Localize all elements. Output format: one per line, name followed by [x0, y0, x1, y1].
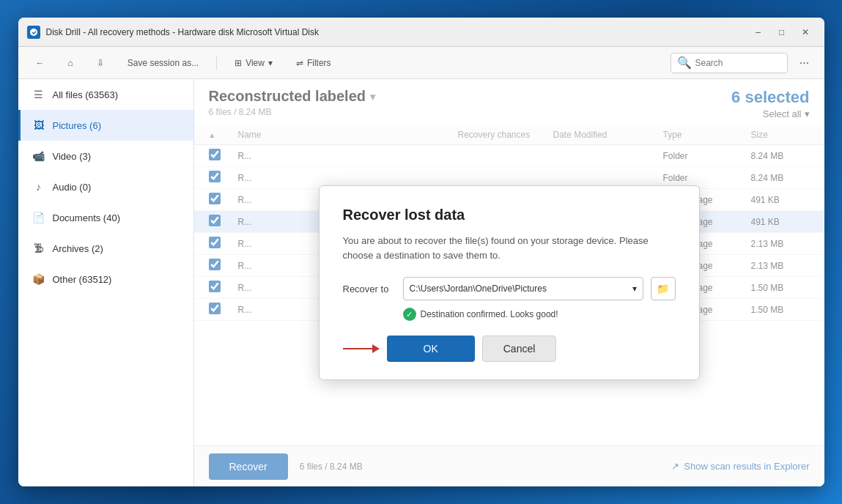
recover-to-row: Recover to C:\Users\Jordan\OneDrive\Pict…	[343, 277, 676, 300]
modal-title: Recover lost data	[343, 207, 676, 223]
download-icon: ⇩	[97, 58, 104, 68]
sidebar-item-other[interactable]: 📦 Other (63512)	[18, 264, 193, 294]
app-window: Disk Drill - All recovery methods - Hard…	[18, 18, 824, 486]
svg-point-0	[30, 29, 37, 36]
sidebar-item-label: Documents (40)	[53, 212, 120, 223]
search-box[interactable]: 🔍	[671, 53, 788, 73]
arrow-indicator	[343, 344, 380, 353]
modal-description: You are about to recover the file(s) fou…	[343, 234, 676, 262]
check-icon: ✓	[403, 308, 416, 321]
recover-to-select[interactable]: C:\Users\Jordan\OneDrive\Pictures ▾	[403, 277, 643, 300]
arrow-line	[343, 348, 372, 349]
search-icon: 🔍	[677, 56, 692, 70]
sidebar-item-label: Video (3)	[53, 151, 92, 162]
documents-icon: 📄	[32, 211, 45, 224]
recover-path: C:\Users\Jordan\OneDrive\Pictures	[410, 284, 547, 294]
all-files-icon: ☰	[32, 88, 45, 101]
main-content: ☰ All files (63563) 🖼 Pictures (6) 📹 Vid…	[18, 79, 824, 486]
maximize-button[interactable]: □	[772, 24, 792, 40]
home-button[interactable]: ⌂	[59, 52, 82, 74]
sidebar-item-label: Archives (2)	[53, 243, 103, 254]
back-icon: ←	[36, 58, 45, 68]
destination-confirmed: ✓ Destination confirmed. Looks good!	[403, 308, 676, 321]
sidebar-item-label: Audio (0)	[53, 182, 92, 193]
other-icon: 📦	[32, 273, 45, 286]
modal-actions: OK Cancel	[343, 336, 676, 362]
pictures-icon: 🖼	[32, 119, 45, 132]
arrow-head	[372, 344, 380, 353]
more-icon: ···	[799, 56, 809, 70]
save-session-label: Save session as...	[128, 58, 199, 68]
audio-icon: ♪	[32, 180, 45, 193]
recover-modal: Recover lost data You are about to recov…	[319, 185, 700, 380]
sidebar-item-pictures[interactable]: 🖼 Pictures (6)	[18, 110, 193, 141]
window-controls: – □ ✕	[748, 24, 816, 40]
search-input[interactable]	[695, 58, 781, 68]
sidebar-item-label: Other (63512)	[53, 274, 112, 285]
titlebar: Disk Drill - All recovery methods - Hard…	[18, 18, 824, 47]
filters-button[interactable]: ⇌ Filters	[287, 52, 340, 74]
more-button[interactable]: ···	[794, 53, 816, 73]
view-icon: ⊞	[234, 58, 242, 68]
content-area: Reconstructed labeled ▾ 6 files / 8.24 M…	[194, 79, 824, 486]
sidebar-item-documents[interactable]: 📄 Documents (40)	[18, 202, 193, 233]
save-session-button[interactable]: Save session as...	[119, 52, 207, 74]
sidebar-item-audio[interactable]: ♪ Audio (0)	[18, 171, 193, 202]
select-dropdown-icon: ▾	[632, 284, 637, 294]
sidebar: ☰ All files (63563) 🖼 Pictures (6) 📹 Vid…	[18, 79, 194, 486]
sidebar-item-archives[interactable]: 🗜 Archives (2)	[18, 233, 193, 264]
ok-button[interactable]: OK	[387, 336, 475, 362]
sidebar-item-label: Pictures (6)	[53, 120, 101, 131]
view-label: View	[245, 58, 265, 68]
toolbar: ← ⌂ ⇩ Save session as... ⊞ View ▾ ⇌ Filt…	[18, 47, 824, 79]
sidebar-item-label: All files (63563)	[53, 89, 119, 100]
app-icon	[27, 26, 40, 39]
download-button[interactable]: ⇩	[88, 52, 113, 74]
home-icon: ⌂	[68, 58, 73, 68]
minimize-button[interactable]: –	[748, 24, 769, 40]
sidebar-item-video[interactable]: 📹 Video (3)	[18, 141, 193, 171]
filters-label: Filters	[307, 58, 331, 68]
video-icon: 📹	[32, 149, 45, 163]
filters-icon: ⇌	[296, 58, 303, 68]
cancel-button[interactable]: Cancel	[482, 336, 557, 362]
toolbar-divider	[216, 56, 217, 70]
folder-icon: 📁	[657, 283, 669, 294]
close-button[interactable]: ✕	[795, 24, 816, 40]
archives-icon: 🗜	[32, 242, 45, 255]
confirmed-text: Destination confirmed. Looks good!	[421, 309, 558, 319]
back-button[interactable]: ←	[27, 52, 53, 74]
sidebar-item-all-files[interactable]: ☰ All files (63563)	[18, 79, 193, 110]
view-chevron: ▾	[268, 58, 273, 68]
modal-overlay: Recover lost data You are about to recov…	[194, 79, 824, 486]
window-title: Disk Drill - All recovery methods - Hard…	[46, 27, 748, 37]
browse-button[interactable]: 📁	[651, 277, 676, 300]
view-button[interactable]: ⊞ View ▾	[226, 52, 281, 74]
recover-to-label: Recover to	[343, 284, 396, 294]
